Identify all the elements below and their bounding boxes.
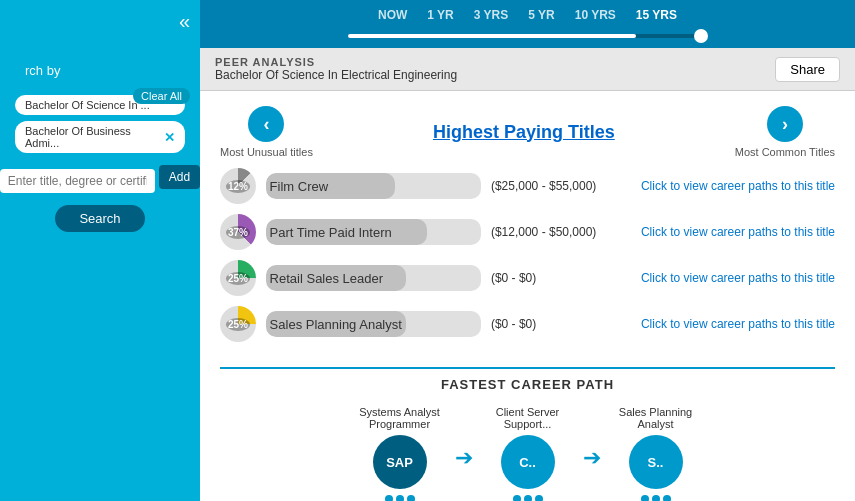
job-percent-circle: 25% — [220, 306, 256, 342]
path-node-circle[interactable]: C.. — [501, 435, 555, 489]
path-node: Sales Planning Analyst S.. 3 Years — [601, 400, 711, 501]
career-link[interactable]: Click to view career paths to this title — [641, 317, 835, 331]
job-title: Film Crew — [266, 179, 328, 194]
job-percent: 25% — [226, 272, 250, 285]
timeline-slider — [200, 28, 855, 48]
next-arrow[interactable]: › — [767, 106, 803, 142]
job-percent-circle: 25% — [220, 260, 256, 296]
right-nav-label: Most Common Titles — [735, 146, 835, 158]
career-link[interactable]: Click to view career paths to this title — [641, 271, 835, 285]
tag-close-icon[interactable]: ✕ — [164, 130, 175, 145]
nav-3yrs[interactable]: 3 YRS — [474, 8, 508, 28]
section-title: Highest Paying Titles — [433, 122, 615, 143]
job-salary: ($0 - $0) — [491, 271, 631, 285]
slider-fill — [348, 34, 636, 38]
share-button[interactable]: Share — [775, 57, 840, 82]
clear-all-button[interactable]: Clear All — [133, 88, 190, 104]
path-dot — [513, 495, 521, 501]
path-dot — [535, 495, 543, 501]
path-node-dots — [641, 495, 671, 501]
job-bar-container: Sales Planning Analyst — [266, 311, 481, 337]
path-node: Systems Analyst Programmer SAP 3 Years — [345, 400, 455, 501]
path-dot — [407, 495, 415, 501]
sidebar: « rch by Clear All Bachelor Of Science I… — [0, 0, 200, 501]
path-dot — [652, 495, 660, 501]
slider-track[interactable] — [348, 34, 708, 38]
path-dot — [385, 495, 393, 501]
career-link[interactable]: Click to view career paths to this title — [641, 179, 835, 193]
job-row: 12% Film Crew ($25,000 - $55,000) Click … — [220, 168, 835, 204]
peer-analysis-header: PEER ANALYSIS Bachelor Of Science In Ele… — [200, 48, 855, 91]
search-by-label: rch by — [10, 63, 60, 78]
job-list: 12% Film Crew ($25,000 - $55,000) Click … — [200, 163, 855, 357]
path-node-circle[interactable]: SAP — [373, 435, 427, 489]
nav-right-col: › Most Common Titles — [735, 106, 835, 158]
nav-left-col: ‹ Most Unusual titles — [220, 106, 313, 158]
job-percent-circle: 12% — [220, 168, 256, 204]
job-percent: 12% — [226, 180, 250, 193]
peer-analysis-label: PEER ANALYSIS — [215, 56, 457, 68]
prev-arrow[interactable]: ‹ — [248, 106, 284, 142]
career-path: Systems Analyst Programmer SAP 3 Years ➔… — [220, 400, 835, 501]
job-salary: ($25,000 - $55,000) — [491, 179, 631, 193]
job-bar-wrapper: Film Crew — [266, 173, 481, 199]
slider-thumb[interactable] — [694, 29, 708, 43]
search-input-row: Add — [0, 161, 210, 193]
add-button[interactable]: Add — [159, 165, 200, 189]
nav-now[interactable]: NOW — [378, 8, 407, 28]
tag-label: Bachelor Of Science In ... — [25, 99, 150, 111]
sidebar-header: « — [0, 10, 200, 33]
peer-analysis-subtitle: Bachelor Of Science In Electrical Engine… — [215, 68, 457, 82]
job-bar-wrapper: Sales Planning Analyst — [266, 311, 481, 337]
job-row: 25% Retail Sales Leader ($0 - $0) Click … — [220, 260, 835, 296]
path-node-title: Systems Analyst Programmer — [345, 400, 455, 430]
path-node-title: Sales Planning Analyst — [601, 400, 711, 430]
job-row: 37% Part Time Paid Intern ($12,000 - $50… — [220, 214, 835, 250]
top-nav: NOW 1 YR 3 YRS 5 YR 10 YRS 15 YRS — [200, 0, 855, 28]
nav-5yr[interactable]: 5 YR — [528, 8, 554, 28]
job-percent: 37% — [226, 226, 250, 239]
path-arrow-icon: ➔ — [583, 445, 601, 471]
main-content: NOW 1 YR 3 YRS 5 YR 10 YRS 15 YRS PEER A… — [200, 0, 855, 501]
left-nav-label: Most Unusual titles — [220, 146, 313, 158]
path-node-dots — [513, 495, 543, 501]
peer-title-block: PEER ANALYSIS Bachelor Of Science In Ele… — [215, 56, 457, 82]
path-node-dots — [385, 495, 415, 501]
job-title: Retail Sales Leader — [266, 271, 383, 286]
path-node-circle[interactable]: S.. — [629, 435, 683, 489]
career-link[interactable]: Click to view career paths to this title — [641, 225, 835, 239]
chevron-left-icon[interactable]: « — [179, 10, 190, 33]
job-bar-wrapper: Part Time Paid Intern — [266, 219, 481, 245]
job-row: 25% Sales Planning Analyst ($0 - $0) Cli… — [220, 306, 835, 342]
job-percent-circle: 37% — [220, 214, 256, 250]
job-salary: ($0 - $0) — [491, 317, 631, 331]
job-percent: 25% — [226, 318, 250, 331]
nav-1yr[interactable]: 1 YR — [427, 8, 453, 28]
title-row: ‹ Most Unusual titles Highest Paying Tit… — [200, 91, 855, 163]
job-title: Part Time Paid Intern — [266, 225, 392, 240]
path-dot — [396, 495, 404, 501]
fastest-career-path-section: FASTEST CAREER PATH Systems Analyst Prog… — [200, 357, 855, 501]
path-dot — [663, 495, 671, 501]
job-title: Sales Planning Analyst — [266, 317, 402, 332]
tag-label: Bachelor Of Business Admi... — [25, 125, 164, 149]
job-bar-container: Film Crew — [266, 173, 481, 199]
path-node: Client Server Support... C.. 4 Years — [473, 400, 583, 501]
fastest-path-title: FASTEST CAREER PATH — [220, 367, 835, 392]
path-node-title: Client Server Support... — [473, 400, 583, 430]
path-dot — [524, 495, 532, 501]
section-title-area: Highest Paying Titles — [313, 122, 735, 143]
content-area: ‹ Most Unusual titles Highest Paying Tit… — [200, 91, 855, 501]
job-bar-container: Part Time Paid Intern — [266, 219, 481, 245]
job-salary: ($12,000 - $50,000) — [491, 225, 631, 239]
tag-bba: Bachelor Of Business Admi... ✕ — [15, 121, 185, 153]
path-dot — [641, 495, 649, 501]
search-input[interactable] — [0, 169, 155, 193]
nav-10yrs[interactable]: 10 YRS — [575, 8, 616, 28]
nav-15yrs[interactable]: 15 YRS — [636, 8, 677, 28]
job-bar-wrapper: Retail Sales Leader — [266, 265, 481, 291]
job-bar-container: Retail Sales Leader — [266, 265, 481, 291]
search-button[interactable]: Search — [55, 205, 144, 232]
path-arrow-icon: ➔ — [455, 445, 473, 471]
